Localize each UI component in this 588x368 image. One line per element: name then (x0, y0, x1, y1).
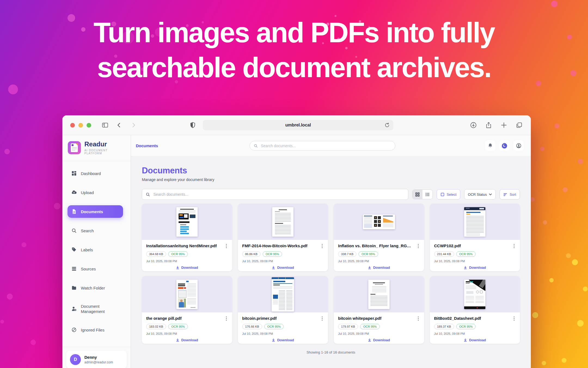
search-icon (71, 228, 77, 233)
back-button[interactable] (114, 120, 124, 130)
readur-logo-icon (68, 141, 81, 154)
sidebar-item-ignored-files[interactable]: Ignored Files (68, 324, 123, 336)
forward-button[interactable] (128, 120, 139, 130)
kebab-menu-icon[interactable] (513, 243, 516, 249)
close-window-button[interactable] (70, 123, 75, 128)
download-link[interactable]: Download (434, 266, 516, 270)
browser-window: umbrel.local (62, 115, 531, 368)
file-size-badge: 179.97 KB (338, 324, 358, 329)
download-link[interactable]: Download (242, 338, 324, 342)
chevron-down-icon (489, 193, 492, 195)
breadcrumb[interactable]: Documents (136, 143, 158, 148)
document-thumbnail (430, 276, 520, 312)
document-date: Jul 10, 2025, 09:08 PM (242, 332, 324, 335)
download-link[interactable]: Download (338, 338, 420, 342)
document-date: Jul 10, 2025, 09:08 PM (146, 260, 228, 263)
document-card[interactable]: Installationsanleitung NerdMiner.pdf 364… (142, 204, 232, 271)
download-link[interactable]: Download (146, 266, 228, 270)
upload-icon (71, 190, 77, 195)
download-link[interactable]: Download (146, 338, 228, 342)
notifications-button[interactable] (485, 140, 495, 151)
view-toggle (412, 189, 433, 199)
sidebar-item-labels[interactable]: Labels (68, 243, 123, 256)
account-button[interactable] (513, 140, 524, 151)
document-date: Jul 10, 2025, 09:08 PM (146, 332, 228, 335)
user-card[interactable]: D Denny admin@readur.com (66, 351, 127, 368)
url-bar[interactable]: umbrel.local (203, 120, 393, 130)
download-icon (176, 338, 179, 342)
marketing-canvas: Turn images and PDFs into fully searchab… (0, 0, 588, 368)
document-date: Jul 10, 2025, 09:08 PM (338, 332, 420, 335)
ocr-badge: OCR 95% (168, 251, 188, 257)
download-icon (368, 338, 371, 342)
topbar-search-input[interactable] (260, 143, 391, 148)
ocr-badge: OCR 95% (263, 251, 282, 257)
documents-grid: Installationsanleitung NerdMiner.pdf 364… (142, 204, 520, 344)
download-icon (464, 266, 467, 269)
file-size-badge: 86.86 KB (242, 251, 261, 257)
documents-search-input[interactable] (153, 192, 404, 197)
ocr-badge: OCR 95% (359, 251, 378, 257)
sidebar-user-section: D Denny admin@readur.com (62, 347, 131, 368)
list-view-icon (425, 192, 430, 197)
downloads-icon[interactable] (468, 120, 479, 130)
sidebar-item-search[interactable]: Search (68, 224, 123, 237)
sidebar-toggle-icon[interactable] (100, 120, 110, 130)
user-gear-icon (71, 306, 77, 312)
user-icon (516, 143, 522, 149)
kebab-menu-icon[interactable] (417, 243, 420, 249)
reload-icon[interactable] (384, 122, 390, 129)
download-link[interactable]: Download (242, 266, 324, 270)
document-card[interactable]: the orange pill.pdf 183.02 KB OCR 95% Ju… (142, 276, 232, 344)
kebab-menu-icon[interactable] (513, 316, 516, 321)
download-link[interactable]: Download (338, 266, 420, 270)
kebab-menu-icon[interactable] (417, 316, 420, 321)
brand[interactable]: Readur AI DOCUMENT PLATFORM (62, 135, 131, 161)
document-thumbnail (142, 204, 232, 240)
document-card[interactable]: bitcoin.primer.pdf 176.66 KB OCR 95% Jul… (238, 276, 328, 344)
sidebar-item-dashboard[interactable]: Dashboard (68, 167, 123, 180)
documents-page: Documents Manage and explore your docume… (131, 156, 531, 368)
select-button[interactable]: Select (437, 189, 460, 200)
sidebar-item-document-management[interactable]: Document Management (68, 301, 123, 317)
document-card[interactable]: FMF-2014-How-Bitcoin-Works.pdf 86.86 KB … (238, 204, 328, 271)
list-view-button[interactable] (422, 190, 433, 199)
app-topbar: Documents (131, 135, 531, 156)
sidebar: Readur AI DOCUMENT PLATFORM Dashboard Up… (62, 135, 131, 368)
user-name: Denny (84, 355, 113, 360)
minimize-window-button[interactable] (78, 123, 83, 128)
zoom-window-button[interactable] (87, 123, 91, 128)
ocr-badge: OCR 95% (168, 324, 188, 329)
download-icon (176, 266, 179, 269)
document-card[interactable]: BitBox02_Datasheet.pdf 189.37 KB OCR 95%… (430, 276, 520, 344)
sidebar-item-upload[interactable]: Upload (68, 186, 123, 199)
checkbox-icon (440, 192, 445, 197)
share-icon[interactable] (483, 120, 494, 130)
kebab-menu-icon[interactable] (225, 243, 228, 249)
document-card[interactable]: CCWP102.pdf 231.44 KB OCR 95% Jul 10, 20… (430, 204, 520, 271)
download-link[interactable]: Download (434, 338, 516, 342)
kebab-menu-icon[interactable] (225, 316, 228, 321)
kebab-menu-icon[interactable] (321, 243, 324, 249)
document-date: Jul 10, 2025, 09:08 PM (242, 260, 324, 263)
kebab-menu-icon[interactable] (321, 316, 324, 321)
documents-icon (71, 209, 77, 214)
sidebar-item-documents[interactable]: Documents (68, 205, 123, 218)
topbar-search[interactable] (250, 141, 395, 150)
grid-view-button[interactable] (412, 190, 422, 199)
theme-toggle-button[interactable] (499, 140, 510, 151)
sort-button[interactable]: Sort (500, 189, 520, 200)
document-card[interactable]: bitcoin whitepaper.pdf 179.97 KB OCR 95%… (334, 276, 424, 344)
ocr-status-dropdown[interactable]: OCR Status (464, 189, 496, 200)
privacy-shield-icon[interactable] (188, 120, 198, 130)
document-title: BitBox02_Datasheet.pdf (434, 316, 481, 321)
document-thumbnail (430, 204, 520, 240)
documents-search[interactable] (142, 189, 408, 200)
new-tab-icon[interactable] (499, 120, 509, 130)
sidebar-item-watch-folder[interactable]: Watch Folder (68, 282, 123, 294)
tab-overview-icon[interactable] (514, 120, 524, 130)
document-title: bitcoin whitepaper.pdf (338, 316, 381, 321)
document-date: Jul 10, 2025, 09:08 PM (434, 332, 516, 335)
sidebar-item-sources[interactable]: Sources (68, 263, 123, 275)
document-card[interactable]: Inflation vs. Bitcoin_ Flyer lang_RGB.pd… (334, 204, 424, 271)
